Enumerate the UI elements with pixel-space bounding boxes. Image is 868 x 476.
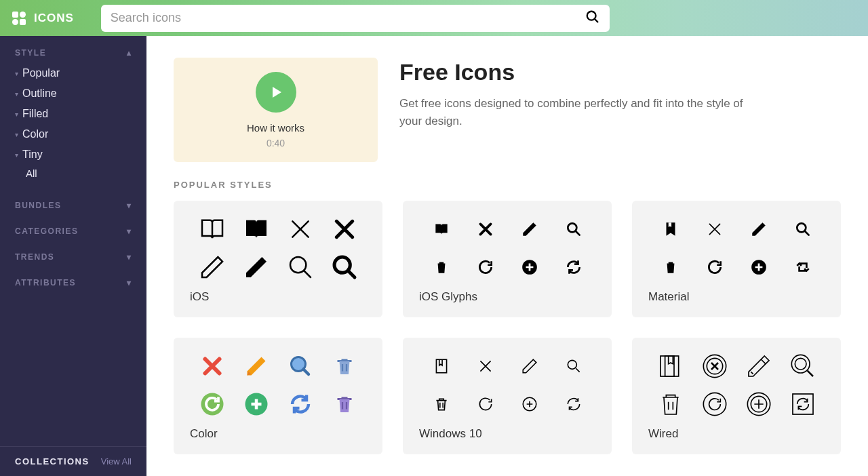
bookmark-icon — [662, 220, 679, 241]
chevron-up-icon: ▴ — [127, 48, 132, 58]
sidebar-section-attributes[interactable]: ATTRIBUTES▾ — [15, 275, 132, 290]
sidebar-section-categories[interactable]: CATEGORIES▾ — [15, 224, 132, 239]
style-card-material[interactable]: Material — [632, 201, 841, 317]
plus-circle-icon — [745, 391, 772, 420]
trash-icon — [657, 391, 684, 420]
bookmark-icon — [433, 357, 450, 378]
sidebar-item-filled[interactable]: ▾Filled — [15, 104, 132, 124]
sidebar-item-label: Color — [22, 128, 48, 140]
view-all-link[interactable]: View All — [101, 456, 132, 467]
x-thin-icon — [287, 216, 314, 245]
sidebar-section-style[interactable]: STYLE ▴ — [15, 45, 132, 60]
x-red-icon — [200, 354, 224, 381]
plus-circle-icon — [521, 258, 538, 279]
sync-box-icon — [789, 391, 816, 420]
search-input[interactable] — [111, 11, 585, 25]
reload-green-icon — [200, 392, 224, 419]
retweet-icon — [794, 258, 812, 279]
search-thin-icon — [287, 254, 314, 283]
search-bold-icon — [331, 254, 358, 283]
sidebar-item-color[interactable]: ▾Color — [15, 124, 132, 144]
book-filled-icon — [243, 216, 270, 245]
reload-icon — [706, 258, 724, 279]
how-it-works-card[interactable]: How it works 0:40 — [174, 58, 378, 162]
pencil-orange-icon — [244, 354, 269, 381]
caret-icon: ▾ — [15, 111, 18, 118]
sidebar-section-bundles[interactable]: BUNDLES▾ — [15, 198, 132, 213]
search-blue-icon — [288, 354, 313, 381]
pencil-fill-icon — [243, 254, 270, 283]
x-icon — [477, 357, 494, 378]
sidebar-section-label: BUNDLES — [15, 201, 62, 210]
video-duration: 0:40 — [267, 138, 285, 148]
card-title: iOS — [190, 290, 366, 304]
search-box[interactable] — [101, 5, 610, 32]
sync-icon — [565, 395, 583, 416]
x-circle-icon — [701, 353, 728, 382]
sidebar-section-label: ATTRIBUTES — [15, 278, 76, 287]
bookmarks-icon — [657, 353, 684, 382]
chevron-down-icon: ▾ — [127, 252, 132, 262]
search-icon — [565, 220, 583, 241]
sidebar-footer: COLLECTIONS View All — [0, 446, 146, 476]
search-icon — [794, 220, 812, 241]
collections-title: COLLECTIONS — [15, 456, 90, 467]
brand-name: ICONS — [34, 12, 74, 25]
sidebar-section-label: STYLE — [15, 48, 46, 58]
sidebar-item-outline[interactable]: ▾Outline — [15, 83, 132, 104]
reload-icon — [477, 395, 494, 416]
brand-logo[interactable]: ICONS — [11, 10, 74, 26]
plus-circle-icon — [521, 395, 538, 416]
sidebar-item-label: Tiny — [22, 148, 43, 161]
trash-icon — [662, 258, 679, 279]
pencil-outline-icon — [199, 254, 226, 283]
x-icon — [706, 220, 724, 241]
play-icon — [273, 87, 281, 98]
style-card-wired[interactable]: Wired — [632, 338, 841, 454]
card-title: Color — [190, 427, 366, 441]
svg-rect-21 — [20, 12, 26, 18]
sync-icon — [565, 258, 583, 279]
play-button[interactable] — [256, 72, 296, 113]
sidebar-section-trends[interactable]: TRENDS▾ — [15, 250, 132, 264]
reload-icon — [477, 258, 494, 279]
svg-rect-20 — [12, 12, 18, 18]
trash-blue-icon — [332, 354, 357, 381]
style-card-ios[interactable]: iOS — [174, 201, 382, 317]
search-icon — [585, 9, 600, 26]
pencil-icon — [521, 220, 538, 241]
pencil-icon — [745, 353, 772, 382]
x-icon — [477, 220, 494, 241]
pencil-icon — [750, 220, 768, 241]
sidebar-item-popular[interactable]: ▾Popular — [15, 63, 132, 83]
pencil-icon — [521, 357, 538, 378]
card-title: Material — [648, 290, 825, 304]
search-icon — [789, 353, 816, 382]
brand-mark-icon — [11, 10, 27, 26]
trash-icon — [433, 258, 450, 279]
card-title: Wired — [648, 427, 825, 441]
sidebar-section-label: TRENDS — [15, 252, 54, 262]
caret-icon: ▾ — [15, 90, 18, 98]
sidebar-section-label: CATEGORIES — [15, 226, 78, 236]
book-icon — [433, 220, 450, 241]
trash-icon — [433, 395, 450, 416]
sidebar-item-label: Filled — [22, 108, 48, 120]
caret-icon: ▾ — [15, 151, 18, 159]
style-card-windows-10[interactable]: Windows 10 — [403, 338, 612, 454]
trash-purple-icon — [332, 392, 357, 419]
sidebar-item-label: Popular — [22, 67, 60, 79]
video-title: How it works — [247, 122, 304, 134]
x-bold-icon — [331, 216, 358, 245]
card-title: iOS Glyphs — [419, 290, 595, 304]
style-card-ios-glyphs[interactable]: iOS Glyphs — [403, 201, 612, 317]
style-card-color[interactable]: Color — [174, 338, 382, 454]
sidebar-subitem-all[interactable]: All — [15, 165, 132, 182]
sync-blue-icon — [288, 392, 313, 419]
page-title: Free Icons — [399, 59, 752, 85]
caret-icon: ▾ — [15, 131, 18, 138]
sidebar-item-tiny[interactable]: ▾Tiny — [15, 144, 132, 165]
plus-green-icon — [244, 392, 269, 419]
svg-rect-22 — [12, 19, 18, 25]
search-button[interactable] — [585, 9, 600, 26]
